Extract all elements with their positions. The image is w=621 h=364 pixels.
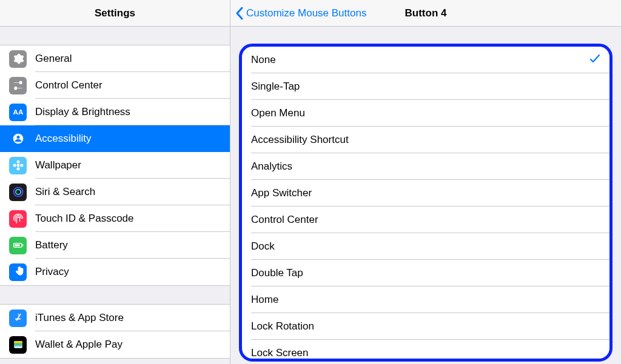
option-double-tap[interactable]: Double Tap bbox=[242, 260, 609, 286]
sidebar-item-privacy[interactable]: Privacy bbox=[0, 259, 230, 285]
option-label: Home bbox=[251, 294, 600, 306]
detail-body: NoneSingle-TapOpen MenuAccessibility Sho… bbox=[230, 27, 621, 364]
option-none[interactable]: None bbox=[242, 47, 609, 73]
option-app-switcher[interactable]: App Switcher bbox=[242, 180, 609, 207]
settings-sidebar: Settings GeneralControl CenterDisplay & … bbox=[0, 0, 230, 364]
switches-icon bbox=[9, 77, 27, 94]
sidebar-item-siri-search[interactable]: Siri & Search bbox=[0, 179, 230, 205]
option-accessibility-shortcut[interactable]: Accessibility Shortcut bbox=[242, 127, 609, 153]
sidebar-item-wallet-apple-pay[interactable]: Wallet & Apple Pay bbox=[0, 331, 230, 358]
option-label: Accessibility Shortcut bbox=[251, 134, 600, 146]
battery-icon bbox=[9, 237, 27, 254]
sidebar-item-display-brightness[interactable]: Display & Brightness bbox=[0, 99, 230, 125]
option-label: Control Center bbox=[251, 214, 600, 226]
option-label: Double Tap bbox=[251, 267, 600, 279]
sidebar-item-label: Display & Brightness bbox=[35, 106, 130, 118]
chevron-left-icon bbox=[235, 7, 244, 20]
option-open-menu[interactable]: Open Menu bbox=[242, 100, 609, 127]
appstore-icon bbox=[9, 309, 27, 327]
sidebar-item-label: Wallpaper bbox=[35, 159, 81, 171]
sidebar-item-touch-id-passcode[interactable]: Touch ID & Passcode bbox=[0, 205, 230, 232]
checkmark-icon bbox=[589, 53, 600, 67]
option-lock-screen[interactable]: Lock Screen bbox=[242, 340, 609, 362]
sidebar-item-label: Accessibility bbox=[35, 133, 92, 145]
option-label: Single-Tap bbox=[251, 81, 600, 93]
wallet-icon bbox=[9, 336, 27, 354]
detail-header: Customize Mouse Buttons Button 4 bbox=[230, 0, 621, 27]
option-label: Analytics bbox=[251, 160, 600, 173]
person-icon bbox=[9, 130, 27, 148]
option-single-tap[interactable]: Single-Tap bbox=[242, 73, 609, 100]
option-label: Lock Screen bbox=[251, 347, 600, 359]
sidebar-item-label: General bbox=[35, 53, 72, 65]
detail-pane: Customize Mouse Buttons Button 4 NoneSin… bbox=[230, 0, 621, 364]
option-lock-rotation[interactable]: Lock Rotation bbox=[242, 313, 609, 340]
option-dock[interactable]: Dock bbox=[242, 233, 609, 260]
sidebar-item-label: Siri & Search bbox=[35, 186, 95, 198]
back-button-label: Customize Mouse Buttons bbox=[246, 7, 366, 19]
option-label: Lock Rotation bbox=[251, 320, 600, 333]
option-control-center[interactable]: Control Center bbox=[242, 207, 609, 233]
sidebar-item-label: Touch ID & Passcode bbox=[35, 213, 134, 225]
siri-icon bbox=[9, 184, 27, 201]
sidebar-item-general[interactable]: General bbox=[0, 45, 230, 72]
fingerprint-icon bbox=[9, 210, 27, 228]
sidebar-item-label: iTunes & App Store bbox=[35, 312, 124, 324]
options-list-frame: NoneSingle-TapOpen MenuAccessibility Sho… bbox=[239, 44, 613, 362]
sidebar-item-accessibility[interactable]: Accessibility bbox=[0, 125, 230, 152]
option-analytics[interactable]: Analytics bbox=[242, 153, 609, 180]
sidebar-item-control-center[interactable]: Control Center bbox=[0, 72, 230, 99]
sidebar-title: Settings bbox=[0, 0, 230, 27]
sidebar-body: GeneralControl CenterDisplay & Brightnes… bbox=[0, 27, 230, 364]
option-home[interactable]: Home bbox=[242, 286, 609, 313]
sidebar-item-label: Privacy bbox=[35, 266, 69, 278]
sidebar-item-label: Wallet & Apple Pay bbox=[35, 339, 123, 351]
gear-icon bbox=[9, 50, 27, 68]
option-label: Dock bbox=[251, 240, 600, 253]
sidebar-item-label: Battery bbox=[35, 239, 68, 251]
back-button[interactable]: Customize Mouse Buttons bbox=[230, 7, 366, 20]
flower-icon bbox=[9, 157, 27, 174]
sidebar-item-battery[interactable]: Battery bbox=[0, 232, 230, 259]
sidebar-item-wallpaper[interactable]: Wallpaper bbox=[0, 152, 230, 179]
sidebar-item-itunes-app-store[interactable]: iTunes & App Store bbox=[0, 305, 230, 331]
detail-title: Button 4 bbox=[405, 7, 447, 19]
option-label: None bbox=[251, 54, 589, 66]
option-label: App Switcher bbox=[251, 187, 600, 199]
aa-icon bbox=[9, 104, 27, 121]
option-label: Open Menu bbox=[251, 107, 600, 119]
hand-icon bbox=[9, 263, 27, 281]
sidebar-item-label: Control Center bbox=[35, 79, 102, 91]
